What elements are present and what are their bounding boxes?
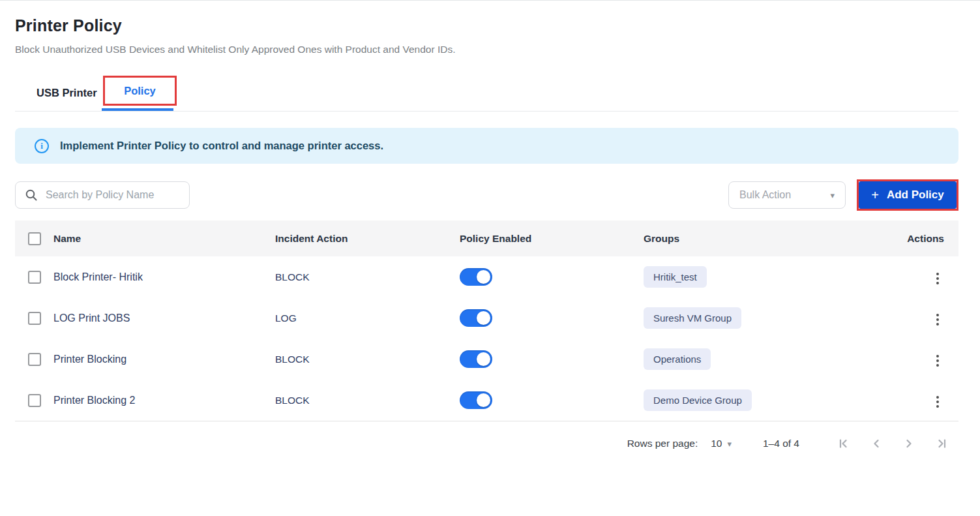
rows-per-page-value: 10 bbox=[711, 438, 722, 449]
page-subtitle: Block Unauthorized USB Devices and White… bbox=[15, 44, 958, 55]
rows-per-page-label: Rows per page: bbox=[627, 438, 698, 449]
info-banner-text: Implement Printer Policy to control and … bbox=[60, 140, 383, 152]
info-banner: i Implement Printer Policy to control an… bbox=[15, 128, 958, 164]
policy-enabled-toggle[interactable] bbox=[460, 309, 492, 327]
toggle-knob bbox=[477, 270, 490, 284]
incident-action: BLOCK bbox=[275, 395, 460, 406]
row-checkbox-cell bbox=[15, 271, 53, 284]
select-all-checkbox[interactable] bbox=[28, 232, 41, 245]
annotation-box-policy-tab: Policy bbox=[103, 76, 177, 106]
plus-icon: + bbox=[871, 188, 879, 203]
policy-enabled-toggle[interactable] bbox=[460, 268, 492, 286]
table-row: Printer Blocking BLOCK Operations bbox=[15, 339, 958, 380]
rows-per-page-select[interactable]: 10 ▾ bbox=[711, 438, 732, 449]
search-box bbox=[15, 181, 190, 209]
group-chip: Hritik_test bbox=[644, 266, 707, 288]
policy-name: LOG Print JOBS bbox=[53, 312, 275, 324]
chevron-down-icon: ▾ bbox=[830, 190, 835, 200]
row-checkbox-cell bbox=[15, 353, 53, 366]
info-icon: i bbox=[35, 139, 49, 153]
pagination-footer: Rows per page: 10 ▾ 1–4 of 4 bbox=[15, 436, 958, 451]
tab-usb-printer[interactable]: USB Printer bbox=[26, 87, 108, 99]
group-chip: Operations bbox=[644, 348, 711, 370]
actions-cell bbox=[900, 348, 944, 371]
col-header-policy-enabled: Policy Enabled bbox=[460, 233, 644, 245]
next-page-icon[interactable] bbox=[901, 436, 917, 451]
toggle-knob bbox=[477, 393, 490, 407]
last-page-icon[interactable] bbox=[934, 436, 949, 451]
groups-cell: Hritik_test bbox=[644, 266, 900, 288]
header-checkbox-cell bbox=[15, 232, 53, 245]
groups-cell: Operations bbox=[644, 348, 900, 370]
pagination-nav bbox=[819, 436, 949, 451]
policy-enabled-cell bbox=[460, 391, 644, 409]
first-page-icon[interactable] bbox=[836, 436, 852, 451]
policy-enabled-toggle[interactable] bbox=[460, 391, 492, 409]
table-row: LOG Print JOBS LOG Suresh VM Group bbox=[15, 297, 958, 339]
policy-name: Printer Blocking bbox=[53, 354, 275, 365]
incident-action: BLOCK bbox=[275, 354, 460, 365]
annotation-box-add-policy: + Add Policy bbox=[857, 179, 958, 211]
col-header-actions: Actions bbox=[900, 233, 944, 245]
table-body: Block Printer- Hritik BLOCK Hritik_test … bbox=[15, 256, 958, 421]
toolbar-right: Bulk Action ▾ + Add Policy bbox=[728, 179, 958, 211]
row-checkbox[interactable] bbox=[28, 271, 41, 284]
col-header-groups: Groups bbox=[644, 233, 900, 245]
actions-cell bbox=[900, 389, 944, 412]
tab-policy[interactable]: Policy bbox=[124, 85, 156, 97]
page-header: Printer Policy Block Unauthorized USB De… bbox=[15, 16, 958, 55]
bulk-action-label: Bulk Action bbox=[739, 189, 791, 201]
policy-enabled-cell bbox=[460, 268, 644, 286]
tab-bar: USB Printer Policy bbox=[15, 74, 958, 112]
col-header-incident-action: Incident Action bbox=[275, 233, 460, 245]
add-policy-label: Add Policy bbox=[887, 189, 944, 202]
add-policy-button[interactable]: + Add Policy bbox=[859, 181, 957, 209]
active-tab-underline bbox=[102, 108, 173, 111]
policy-enabled-cell bbox=[460, 309, 644, 327]
actions-cell bbox=[900, 266, 944, 288]
table-row: Block Printer- Hritik BLOCK Hritik_test bbox=[15, 256, 958, 297]
printer-policy-page: Printer Policy Block Unauthorized USB De… bbox=[0, 0, 980, 516]
row-checkbox-cell bbox=[15, 312, 53, 325]
policy-table: Name Incident Action Policy Enabled Grou… bbox=[15, 220, 958, 421]
toggle-knob bbox=[477, 311, 490, 325]
group-chip: Demo Device Group bbox=[644, 389, 752, 411]
table-row: Printer Blocking 2 BLOCK Demo Device Gro… bbox=[15, 380, 958, 421]
incident-action: BLOCK bbox=[275, 271, 460, 283]
chevron-down-icon: ▾ bbox=[727, 439, 732, 449]
groups-cell: Suresh VM Group bbox=[644, 307, 900, 329]
row-checkbox[interactable] bbox=[28, 312, 41, 325]
page-range-label: 1–4 of 4 bbox=[763, 438, 799, 449]
actions-cell bbox=[900, 307, 944, 329]
policy-enabled-cell bbox=[460, 350, 644, 368]
kebab-menu-icon[interactable] bbox=[931, 310, 944, 329]
row-checkbox-cell bbox=[15, 394, 53, 407]
search-input[interactable] bbox=[46, 189, 181, 201]
col-header-name: Name bbox=[53, 233, 275, 245]
toolbar: Bulk Action ▾ + Add Policy bbox=[15, 179, 958, 211]
incident-action: LOG bbox=[275, 312, 460, 324]
toggle-knob bbox=[477, 352, 490, 366]
row-checkbox[interactable] bbox=[28, 394, 41, 407]
search-icon bbox=[25, 189, 38, 202]
kebab-menu-icon[interactable] bbox=[931, 392, 944, 412]
bulk-action-dropdown[interactable]: Bulk Action ▾ bbox=[728, 181, 846, 209]
row-checkbox[interactable] bbox=[28, 353, 41, 366]
previous-page-icon[interactable] bbox=[869, 436, 884, 451]
table-header-row: Name Incident Action Policy Enabled Grou… bbox=[15, 220, 958, 256]
group-chip: Suresh VM Group bbox=[644, 307, 741, 329]
policy-name: Printer Blocking 2 bbox=[53, 395, 275, 406]
kebab-menu-icon[interactable] bbox=[931, 351, 944, 371]
groups-cell: Demo Device Group bbox=[644, 389, 900, 411]
page-title: Printer Policy bbox=[15, 16, 958, 35]
kebab-menu-icon[interactable] bbox=[931, 269, 944, 288]
policy-enabled-toggle[interactable] bbox=[460, 350, 492, 368]
policy-name: Block Printer- Hritik bbox=[53, 271, 275, 283]
